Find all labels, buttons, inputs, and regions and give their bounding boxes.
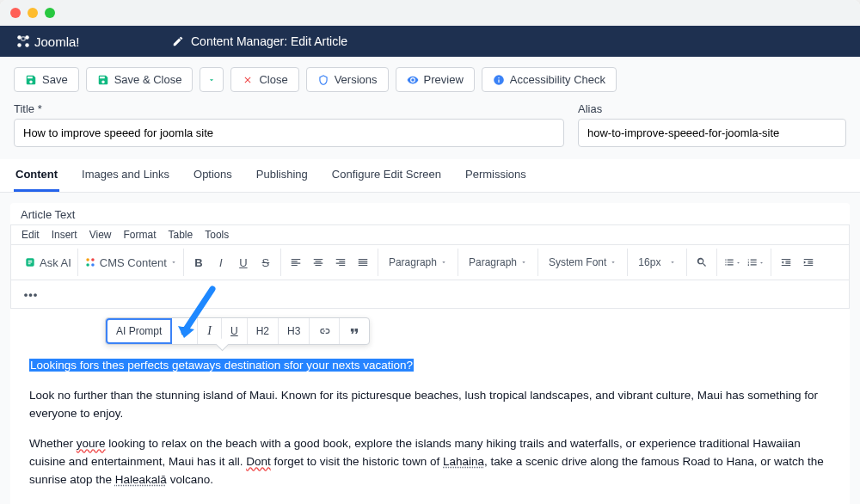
float-italic-button[interactable]: I xyxy=(198,318,222,344)
app-header: Joomla! Content Manager: Edit Article xyxy=(0,26,860,57)
quote-icon xyxy=(348,325,360,337)
search-button[interactable] xyxy=(691,251,713,274)
save-close-button[interactable]: Save & Close xyxy=(86,67,194,92)
window-maximize-dot[interactable] xyxy=(45,8,55,18)
brand-logo: Joomla! xyxy=(0,34,172,49)
tab-configure-edit[interactable]: Configure Edit Screen xyxy=(330,159,443,192)
joomla-icon xyxy=(15,34,31,49)
tab-publishing[interactable]: Publishing xyxy=(255,159,310,192)
float-underline-button[interactable]: U xyxy=(222,318,248,344)
float-link-button[interactable] xyxy=(310,318,340,344)
more-tools-button[interactable]: ••• xyxy=(20,286,42,303)
svg-point-3 xyxy=(25,43,29,47)
link-icon xyxy=(318,325,330,337)
style-select[interactable]: Paragraph xyxy=(462,251,534,274)
menu-tools[interactable]: Tools xyxy=(205,229,229,241)
ai-icon xyxy=(24,256,36,268)
eye-icon xyxy=(407,74,419,86)
title-label: Title * xyxy=(14,102,564,115)
save-icon xyxy=(97,74,109,86)
paragraph: Look no further than the stunning island… xyxy=(29,387,831,423)
italic-button[interactable]: I xyxy=(210,251,232,274)
menu-edit[interactable]: Edit xyxy=(22,229,40,241)
cms-content-button[interactable]: CMS Content xyxy=(82,251,180,274)
ask-ai-button[interactable]: Ask AI xyxy=(22,251,74,274)
paragraph: With so much natural beauty and adventur… xyxy=(29,501,831,504)
float-bold-button[interactable]: B xyxy=(172,318,198,344)
strike-button[interactable]: S xyxy=(255,251,277,274)
indent-button[interactable] xyxy=(797,251,820,274)
close-icon xyxy=(242,74,254,86)
joomla-icon xyxy=(84,256,96,268)
selected-text: Lookings fors thes perfects getaways des… xyxy=(29,359,414,372)
editor-body[interactable]: AI Prompt B I U H2 H3 Lookings fors thes… xyxy=(10,309,850,504)
accessibility-button[interactable]: Accessibility Check xyxy=(482,67,617,92)
align-right-button[interactable] xyxy=(329,251,352,274)
title-input[interactable] xyxy=(14,119,564,147)
bullet-list-button[interactable] xyxy=(721,251,744,274)
preview-button[interactable]: Preview xyxy=(396,67,475,92)
tab-permissions[interactable]: Permissions xyxy=(464,159,528,192)
svg-point-6 xyxy=(86,258,89,261)
pencil-icon xyxy=(172,35,184,47)
ai-prompt-button[interactable]: AI Prompt xyxy=(106,318,172,344)
menu-view[interactable]: View xyxy=(89,229,112,241)
chevron-down-icon xyxy=(170,259,177,266)
save-icon xyxy=(25,74,37,86)
article-text-label: Article Text xyxy=(10,203,850,224)
window-close-dot[interactable] xyxy=(10,8,21,18)
svg-point-2 xyxy=(17,43,22,47)
window-titlebar xyxy=(0,0,860,26)
save-button[interactable]: Save xyxy=(14,67,79,92)
versions-button[interactable]: Versions xyxy=(306,67,389,92)
float-h2-button[interactable]: H2 xyxy=(248,318,279,344)
align-justify-button[interactable] xyxy=(352,251,374,274)
font-family-select[interactable]: System Font xyxy=(542,251,624,274)
align-center-button[interactable] xyxy=(307,251,329,274)
page-title: Content Manager: Edit Article xyxy=(172,34,347,48)
float-h3-button[interactable]: H3 xyxy=(279,318,310,344)
window-minimize-dot[interactable] xyxy=(28,8,38,18)
font-size-select[interactable]: 16px xyxy=(631,251,683,274)
bold-button[interactable]: B xyxy=(187,251,210,274)
tab-options[interactable]: Options xyxy=(192,159,234,192)
editor-toolbar: Ask AI CMS Content B I U S Paragraph P xyxy=(10,245,850,280)
chevron-down-icon xyxy=(207,76,216,84)
chevron-down-icon xyxy=(759,260,765,266)
tab-images-links[interactable]: Images and Links xyxy=(80,159,171,192)
action-toolbar: Save Save & Close Close Versions Preview… xyxy=(0,57,860,102)
tab-content[interactable]: Content xyxy=(14,159,59,192)
search-icon xyxy=(696,256,708,268)
menu-format[interactable]: Format xyxy=(124,229,157,241)
float-quote-button[interactable] xyxy=(340,318,369,344)
info-icon xyxy=(493,74,505,86)
chevron-down-icon xyxy=(610,259,617,266)
paragraph: Whether youre looking to relax on the be… xyxy=(29,435,831,489)
save-dropdown-button[interactable] xyxy=(200,67,224,92)
svg-point-8 xyxy=(86,263,89,267)
close-button[interactable]: Close xyxy=(230,67,298,92)
svg-point-9 xyxy=(91,263,95,267)
block-format-select[interactable]: Paragraph xyxy=(382,251,454,274)
tab-bar: Content Images and Links Options Publish… xyxy=(0,159,860,193)
article-content[interactable]: Lookings fors thes perfects getaways des… xyxy=(29,357,831,504)
menu-table[interactable]: Table xyxy=(169,229,194,241)
chevron-down-icon xyxy=(520,259,527,266)
versions-icon xyxy=(317,74,329,86)
chevron-down-icon xyxy=(440,259,447,266)
floating-toolbar: AI Prompt B I U H2 H3 xyxy=(105,317,370,345)
chevron-down-icon xyxy=(669,259,676,266)
chevron-down-icon xyxy=(735,260,741,266)
outdent-button[interactable] xyxy=(775,251,797,274)
underline-button[interactable]: U xyxy=(232,251,255,274)
brand-name: Joomla! xyxy=(34,34,80,49)
alias-input[interactable] xyxy=(578,119,846,147)
menu-insert[interactable]: Insert xyxy=(52,229,77,241)
svg-point-7 xyxy=(91,258,95,261)
editor-overflow-row: ••• xyxy=(10,280,850,309)
editor-menubar: Edit Insert View Format Table Tools xyxy=(10,224,850,245)
number-list-button[interactable] xyxy=(744,251,767,274)
align-left-button[interactable] xyxy=(285,251,307,274)
alias-label: Alias xyxy=(578,102,846,115)
